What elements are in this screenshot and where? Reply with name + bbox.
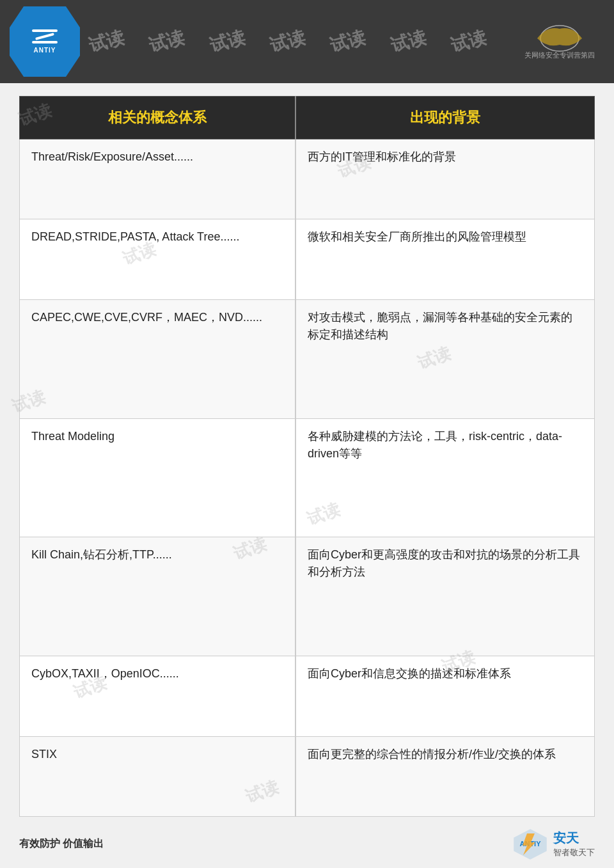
footer-logo-text-block: 安天 智者敬天下 [553,830,595,858]
logo-lines [32,29,58,43]
table-cell-right: 西方的IT管理和标准化的背景 [295,139,594,219]
table-cell-right: 面向更完整的综合性的情报分析/作业/交换的体系 [295,736,594,816]
svg-text:安关网络安全专训营第四期: 安关网络安全专训营第四期 [524,51,595,59]
footer-tagline: 有效防护 价值输出 [19,837,104,851]
logo-line-3 [32,41,58,43]
table-cell-left: DREAD,STRIDE,PASTA, Attack Tree...... [20,219,296,299]
table-row: DREAD,STRIDE,PASTA, Attack Tree......微软和… [20,219,595,299]
header-logo: ANTIY [10,6,80,77]
table-cell-left: Threat/Risk/Exposure/Asset...... [20,139,296,219]
footer: 有效防护 价值输出 ANTIY 安天 智者敬天下 [0,820,614,868]
table-cell-right: 各种威胁建模的方法论，工具，risk-centric，data-driven等等 [295,418,594,537]
right-logo-svg: 安关网络安全专训营第四期 [524,16,595,67]
header-watermarks: 试读 试读 试读 试读 试读 试读 试读 [77,0,499,83]
header-wm-1: 试读 [86,25,127,58]
table-cell-left: Kill Chain,钻石分析,TTP...... [20,537,296,656]
header-wm-3: 试读 [207,25,248,58]
footer-logo-svg: ANTIY [513,828,548,860]
footer-logo-subtitle: 智者敬天下 [553,847,595,858]
table-cell-left: STIX [20,736,296,816]
table-cell-left: CybOX,TAXII，OpenIOC...... [20,656,296,736]
main-content: 相关的概念体系 出现的背景 Threat/Risk/Exposure/Asset… [19,96,595,817]
footer-logo: ANTIY 安天 智者敬天下 [513,828,595,860]
header: ANTIY 试读 试读 试读 试读 试读 试读 试读 安关网络安全专训营第四期 [0,0,614,83]
logo-line-2 [35,33,54,40]
logo-brand-text: ANTIY [34,47,56,54]
header-wm-6: 试读 [388,25,429,58]
table-row: Kill Chain,钻石分析,TTP......面向Cyber和更高强度的攻击… [20,537,595,656]
table-row: CybOX,TAXII，OpenIOC......面向Cyber和信息交换的描述… [20,656,595,736]
table-header-row: 相关的概念体系 出现的背景 [20,97,595,139]
table-row: STIX面向更完整的综合性的情报分析/作业/交换的体系 [20,736,595,816]
header-wm-7: 试读 [448,25,489,58]
table-row: Threat/Risk/Exposure/Asset......西方的IT管理和… [20,139,595,219]
table-cell-left: Threat Modeling [20,418,296,537]
table-row: CAPEC,CWE,CVE,CVRF，MAEC，NVD......对攻击模式，脆… [20,299,595,418]
header-wm-2: 试读 [146,25,187,58]
header-wm-4: 试读 [267,25,308,58]
header-right-logo: 安关网络安全专训营第四期 [515,6,604,77]
table-row: Threat Modeling各种威胁建模的方法论，工具，risk-centri… [20,418,595,537]
table-cell-right: 对攻击模式，脆弱点，漏洞等各种基础的安全元素的标定和描述结构 [295,299,594,418]
table-body: Threat/Risk/Exposure/Asset......西方的IT管理和… [20,139,595,817]
header-wm-5: 试读 [327,25,368,58]
logo-line-1 [32,29,58,32]
col-header-right: 出现的背景 [295,97,594,139]
footer-logo-name: 安天 [553,830,595,847]
col-header-left: 相关的概念体系 [20,97,296,139]
table-cell-right: 面向Cyber和更高强度的攻击和对抗的场景的分析工具和分析方法 [295,537,594,656]
table-cell-right: 面向Cyber和信息交换的描述和标准体系 [295,656,594,736]
table-cell-left: CAPEC,CWE,CVE,CVRF，MAEC，NVD...... [20,299,296,418]
table-cell-right: 微软和相关安全厂商所推出的风险管理模型 [295,219,594,299]
content-table: 相关的概念体系 出现的背景 Threat/Risk/Exposure/Asset… [19,96,595,817]
